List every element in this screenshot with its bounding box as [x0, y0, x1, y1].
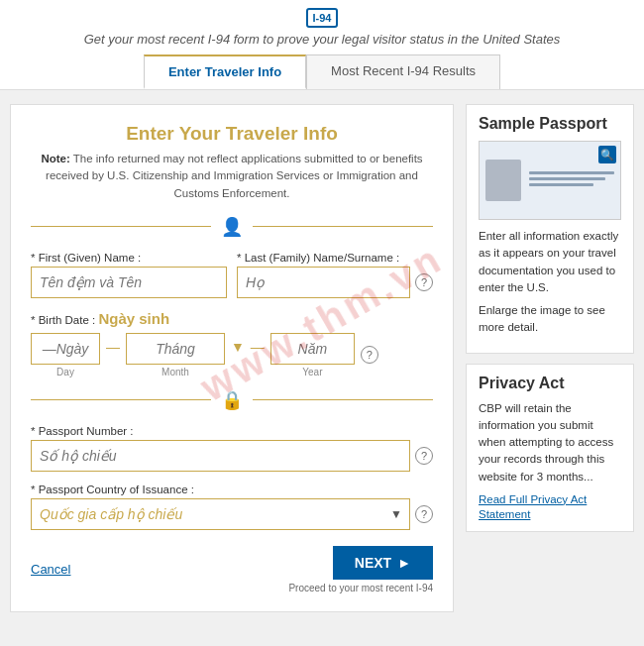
day-input[interactable] — [31, 333, 100, 365]
passport-number-wrap: ? — [31, 440, 433, 472]
top-bar: I-94 Get your most recent I-94 form to p… — [0, 0, 644, 90]
next-arrow-icon: ► — [397, 555, 411, 571]
month-field: Month — [126, 333, 225, 377]
next-label: NEXT — [355, 555, 391, 571]
year-field: Year — [270, 333, 355, 377]
form-title: Enter Your Traveler Info — [31, 123, 433, 145]
sidebar: Sample Passport 🔍 Enter all information … — [466, 104, 634, 612]
form-icon: I-94 — [10, 8, 634, 32]
form-panel: Enter Your Traveler Info Note: The info … — [10, 104, 454, 612]
page-subtitle: Get your most recent I-94 form to prove … — [10, 32, 634, 47]
first-name-field-wrap — [31, 267, 227, 298]
date-separator-1: — — [106, 339, 120, 371]
person-divider: 👤 — [31, 216, 433, 238]
date-separator-2: ▼ — [231, 339, 245, 371]
passport-desc-2: Enlarge the image to see more detail. — [479, 302, 621, 337]
month-label: Month — [161, 367, 189, 377]
i94-badge: I-94 — [306, 8, 339, 28]
passport-country-select[interactable]: Quốc gia cấp hộ chiếu — [31, 498, 410, 530]
day-field: Day — [31, 333, 100, 377]
last-name-field-wrap: ? — [237, 267, 433, 298]
passport-country-group: * Passport Country of Issuance : Quốc gi… — [31, 484, 433, 530]
passport-country-help-icon[interactable]: ? — [415, 505, 433, 523]
lock-icon: 🔒 — [221, 389, 243, 411]
tab-i94-results[interactable]: Most Recent I-94 Results — [306, 54, 500, 89]
divider-right — [253, 226, 433, 227]
year-input[interactable] — [270, 333, 355, 365]
passport-number-label: * Passport Number : — [31, 425, 433, 437]
passport-number-input[interactable] — [31, 440, 410, 472]
privacy-act-title: Privacy Act — [479, 375, 621, 392]
passport-divider: 🔒 — [31, 389, 433, 411]
passport-lines — [529, 171, 614, 189]
next-button[interactable]: NEXT ► — [333, 546, 433, 580]
privacy-act-section: Privacy Act CBP will retain the informat… — [466, 364, 634, 532]
birth-date-required: * Birth Date : — [31, 314, 95, 326]
birth-date-value: Ngày sinh — [98, 310, 169, 327]
day-label: Day — [56, 367, 74, 377]
main-content: Enter Your Traveler Info Note: The info … — [0, 90, 644, 626]
privacy-act-link[interactable]: Read Full Privacy Act Statement — [479, 493, 587, 520]
passport-line-1 — [529, 171, 614, 174]
name-row: * First (Given) Name : * Last (Family) N… — [31, 252, 433, 298]
action-row: Cancel NEXT ► Proceed to your most recen… — [31, 546, 433, 593]
cancel-button[interactable]: Cancel — [31, 562, 70, 577]
next-caption: Proceed to your most recent I-94 — [288, 583, 433, 593]
last-name-group: * Last (Family) Name/Surname : ? — [237, 252, 433, 298]
passport-number-help-icon[interactable]: ? — [415, 447, 433, 465]
passport-number-group: * Passport Number : ? — [31, 425, 433, 472]
passport-country-label: * Passport Country of Issuance : — [31, 484, 433, 495]
form-note-bold: Note: — [41, 153, 69, 164]
first-name-group: * First (Given) Name : — [31, 252, 227, 298]
passport-country-wrap: Quốc gia cấp hộ chiếu ▼ ? — [31, 498, 433, 530]
passport-line-2 — [529, 177, 605, 180]
passport-search-icon[interactable]: 🔍 — [598, 146, 616, 163]
year-label: Year — [302, 367, 322, 377]
tab-bar: Enter Traveler Info Most Recent I-94 Res… — [10, 54, 634, 89]
birthdate-help-icon[interactable]: ? — [361, 346, 378, 364]
first-name-input[interactable] — [31, 267, 227, 298]
passport-preview[interactable]: 🔍 — [479, 141, 621, 220]
sample-passport-section: Sample Passport 🔍 Enter all information … — [466, 104, 634, 354]
month-input[interactable] — [126, 333, 225, 365]
form-note-text: The info returned may not reflect applic… — [46, 153, 423, 199]
birth-date-label: * Birth Date : Ngày sinh — [31, 310, 433, 331]
person-icon: 👤 — [221, 216, 243, 238]
passport-photo — [485, 160, 521, 201]
divider-left-2 — [31, 399, 211, 400]
passport-line-3 — [529, 183, 593, 186]
birth-date-row: Day — Month ▼ — Year ? — [31, 333, 433, 377]
tab-enter-traveler-info[interactable]: Enter Traveler Info — [144, 54, 306, 89]
last-name-label: * Last (Family) Name/Surname : — [237, 252, 433, 264]
divider-left — [31, 226, 211, 227]
name-help-icon[interactable]: ? — [415, 273, 433, 291]
first-name-label: * First (Given) Name : — [31, 252, 227, 264]
privacy-act-text: CBP will retain the information you subm… — [479, 400, 621, 485]
birth-date-section: * Birth Date : Ngày sinh Day — Month ▼ —… — [31, 310, 433, 377]
date-separator-3: — — [251, 339, 265, 371]
form-note: Note: The info returned may not reflect … — [31, 151, 433, 202]
passport-country-select-wrapper: Quốc gia cấp hộ chiếu ▼ — [31, 498, 410, 530]
sample-passport-title: Sample Passport — [479, 115, 621, 133]
next-btn-wrap: NEXT ► Proceed to your most recent I-94 — [288, 546, 433, 593]
last-name-input[interactable] — [237, 267, 410, 298]
divider-right-2 — [253, 399, 433, 400]
passport-desc-1: Enter all information exactly as it appe… — [479, 228, 621, 296]
